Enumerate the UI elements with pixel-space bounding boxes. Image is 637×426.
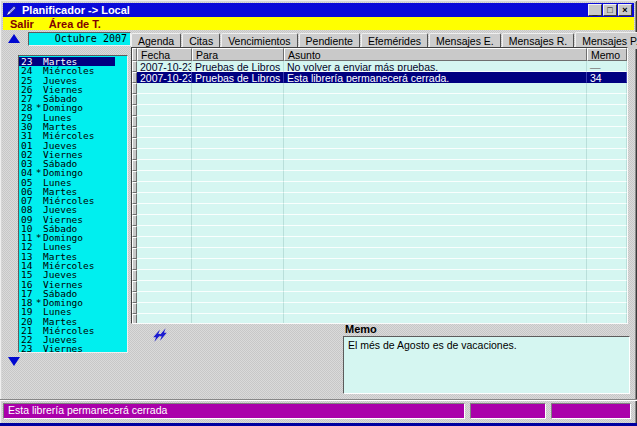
pencil-icon [5, 4, 18, 17]
app-window: Planificador -> Local _ □ × Salir Área d… [0, 0, 637, 426]
cell-fecha [137, 182, 192, 193]
cell-memo [587, 127, 627, 138]
cell-memo [587, 193, 627, 204]
cell-fecha [137, 204, 192, 215]
table-empty-row [132, 127, 627, 138]
table-empty-row [132, 160, 627, 171]
cell-memo [587, 105, 627, 116]
table-header-row: Fecha Para Asunto Memo [132, 48, 627, 61]
day-list-item[interactable]: 23Viernes [19, 344, 127, 353]
cell-memo [587, 182, 627, 193]
table-empty-row [132, 171, 627, 182]
cell-asunto [284, 314, 587, 324]
cell-para: Pruebas de Libros [192, 72, 284, 83]
table-empty-row [132, 259, 627, 270]
table-empty-row [132, 83, 627, 94]
menu-item-area-de-t[interactable]: Área de T. [49, 18, 101, 30]
cell-asunto: No volver a enviar más pruebas. [284, 61, 587, 72]
cell-fecha [137, 193, 192, 204]
tab-pendiente[interactable]: Pendiente [299, 33, 360, 47]
cell-fecha [137, 259, 192, 270]
table-empty-row [132, 314, 627, 324]
memo-label: Memo [345, 323, 377, 335]
cell-asunto [284, 116, 587, 127]
window-title: Planificador -> Local [22, 3, 130, 17]
cell-fecha [137, 292, 192, 303]
cell-fecha [137, 83, 192, 94]
cell-para [192, 182, 284, 193]
cell-asunto [284, 292, 587, 303]
cell-asunto: Esta librería permanecerá cerrada. [284, 72, 587, 83]
tab-mensajes-r[interactable]: Mensajes R. [502, 33, 574, 47]
cell-para [192, 226, 284, 237]
cell-fecha: 2007-10-23 [137, 61, 192, 72]
cell-para [192, 160, 284, 171]
cell-para [192, 116, 284, 127]
tab-citas[interactable]: Citas [182, 33, 220, 47]
cell-memo [587, 237, 627, 248]
maximize-button[interactable]: □ [603, 4, 617, 16]
cell-memo [587, 116, 627, 127]
cell-fecha [137, 138, 192, 149]
cell-memo [587, 314, 627, 324]
cell-asunto [284, 303, 587, 314]
cell-memo: — [587, 61, 627, 72]
cell-fecha [137, 314, 192, 324]
tab-vencimientos[interactable]: Vencimientos [221, 33, 297, 47]
sync-icon[interactable] [151, 326, 169, 344]
table-empty-row [132, 248, 627, 259]
column-header-para[interactable]: Para [192, 48, 284, 61]
cell-memo: 34 [587, 72, 627, 83]
column-header-memo[interactable]: Memo [587, 48, 627, 61]
day-line: 23Viernes [19, 344, 115, 353]
day-list: 23Martes24Miércoles25Jueves26Viernes27Sá… [18, 55, 128, 353]
column-header-asunto[interactable]: Asunto [284, 48, 587, 61]
cell-asunto [284, 182, 587, 193]
cell-memo [587, 270, 627, 281]
cell-asunto [284, 215, 587, 226]
table-row[interactable]: 2007-10-23Pruebas de LibrosEsta librería… [132, 72, 627, 83]
table-empty-row [132, 193, 627, 204]
cell-para [192, 171, 284, 182]
cell-memo [587, 171, 627, 182]
table-row[interactable]: 2007-10-23Pruebas de LibrosNo volver a e… [132, 61, 627, 72]
scroll-up-icon[interactable] [8, 34, 20, 43]
cell-para [192, 292, 284, 303]
table-empty-row [132, 182, 627, 193]
column-header-fecha[interactable]: Fecha [137, 48, 192, 61]
tab-mensajes-e[interactable]: Mensajes E. [429, 33, 501, 47]
cell-asunto [284, 138, 587, 149]
cell-memo [587, 226, 627, 237]
minimize-button[interactable]: _ [588, 4, 602, 16]
cell-fecha [137, 171, 192, 182]
window-controls: _ □ × [588, 4, 632, 16]
cell-asunto [284, 83, 587, 94]
memo-textarea[interactable]: El més de Agosto es de vacaciones. [343, 336, 630, 394]
cell-memo [587, 303, 627, 314]
table-empty-row [132, 226, 627, 237]
cell-para [192, 105, 284, 116]
title-bar: Planificador -> Local _ □ × [3, 3, 634, 17]
tab-agenda[interactable]: Agenda [131, 33, 181, 47]
cell-para [192, 303, 284, 314]
tab-strip: AgendaCitasVencimientosPendienteEfemérid… [131, 31, 632, 47]
table-empty-row [132, 281, 627, 292]
tab-efem-rides[interactable]: Efemérides [361, 33, 428, 47]
cell-memo [587, 94, 627, 105]
cell-fecha [137, 281, 192, 292]
cell-fecha [137, 160, 192, 171]
cell-para [192, 149, 284, 160]
cell-fecha [137, 237, 192, 248]
status-message-panel: Esta librería permanecerá cerrada [3, 403, 465, 419]
cell-para [192, 94, 284, 105]
cell-fecha [137, 270, 192, 281]
cell-memo [587, 204, 627, 215]
cell-asunto [284, 171, 587, 182]
cell-para [192, 314, 284, 324]
menu-item-salir[interactable]: Salir [10, 18, 34, 30]
cell-para [192, 270, 284, 281]
cell-para [192, 193, 284, 204]
cell-memo [587, 248, 627, 259]
close-button[interactable]: × [618, 4, 632, 16]
scroll-down-icon[interactable] [8, 357, 20, 366]
